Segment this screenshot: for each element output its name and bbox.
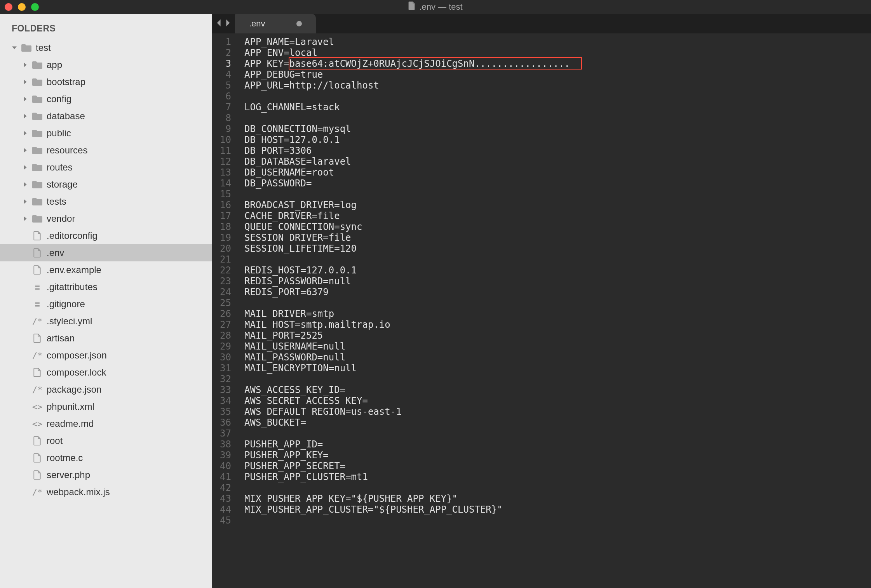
sidebar-folder[interactable]: storage	[0, 176, 212, 193]
sidebar-folder[interactable]: bootstrap	[0, 73, 212, 90]
sidebar-file[interactable]: .env.example	[0, 261, 212, 278]
sidebar-folder[interactable]: vendor	[0, 210, 212, 227]
sidebar-file[interactable]: /*webpack.mix.js	[0, 484, 212, 501]
sidebar-folder[interactable]: resources	[0, 142, 212, 159]
code-line[interactable]: REDIS_PORT=6379	[244, 287, 871, 297]
code-line[interactable]: QUEUE_CONNECTION=sync	[244, 221, 871, 232]
nav-back-icon[interactable]	[216, 19, 223, 28]
sidebar-folder[interactable]: app	[0, 56, 212, 73]
code-line[interactable]	[244, 254, 871, 265]
code-line[interactable]: APP_NAME=Laravel	[244, 37, 871, 47]
line-number: 24	[212, 287, 231, 297]
code-line[interactable]	[244, 297, 871, 308]
code-line[interactable]: DB_PORT=3306	[244, 145, 871, 156]
code-line[interactable]: DB_CONNECTION=mysql	[244, 124, 871, 134]
sidebar-folder[interactable]: public	[0, 125, 212, 142]
sidebar-file[interactable]: composer.lock	[0, 364, 212, 381]
disclosure-icon[interactable]	[23, 114, 28, 118]
minimize-button[interactable]	[18, 3, 26, 11]
sidebar-file[interactable]: .env	[0, 244, 212, 261]
code-line[interactable]: MAIL_USERNAME=null	[244, 341, 871, 352]
nav-forward-icon[interactable]	[224, 19, 231, 28]
code-line[interactable]	[244, 374, 871, 384]
code-line[interactable]: MAIL_DRIVER=smtp	[244, 308, 871, 319]
code-line[interactable]: PUSHER_APP_SECRET=	[244, 461, 871, 471]
line-number: 34	[212, 395, 231, 406]
disclosure-icon[interactable]	[23, 131, 28, 136]
code-line[interactable]: APP_ENV=local	[244, 47, 871, 58]
code-line[interactable]: AWS_DEFAULT_REGION=us-east-1	[244, 406, 871, 417]
code-line[interactable]: AWS_SECRET_ACCESS_KEY=	[244, 395, 871, 406]
tree-label: storage	[47, 179, 78, 190]
sidebar-folder[interactable]: tests	[0, 193, 212, 210]
sidebar-file[interactable]: root	[0, 432, 212, 449]
sidebar-file[interactable]: artisan	[0, 330, 212, 347]
code-line[interactable]: AWS_BUCKET=	[244, 417, 871, 428]
code-line[interactable]: MIX_PUSHER_APP_CLUSTER="${PUSHER_APP_CLU…	[244, 504, 871, 515]
line-number: 43	[212, 493, 231, 504]
code-line[interactable]: MAIL_ENCRYPTION=null	[244, 363, 871, 374]
code-line[interactable]: MAIL_PASSWORD=null	[244, 352, 871, 363]
disclosure-icon[interactable]	[23, 97, 28, 101]
disclosure-icon[interactable]	[23, 63, 28, 67]
folder-icon	[32, 179, 43, 190]
code-line[interactable]: REDIS_HOST=127.0.0.1	[244, 265, 871, 276]
code-line[interactable]: MIX_PUSHER_APP_KEY="${PUSHER_APP_KEY}"	[244, 493, 871, 504]
sidebar-file[interactable]: /*package.json	[0, 381, 212, 398]
sidebar-file[interactable]: /*composer.json	[0, 347, 212, 364]
disclosure-icon[interactable]	[23, 199, 28, 204]
sidebar-file[interactable]: /*.styleci.yml	[0, 313, 212, 330]
sidebar-file[interactable]: ≣.gitignore	[0, 296, 212, 313]
maximize-button[interactable]	[31, 3, 39, 11]
code-line[interactable]: MAIL_PORT=2525	[244, 330, 871, 341]
sidebar-file[interactable]: <>readme.md	[0, 415, 212, 432]
code-line[interactable]: BROADCAST_DRIVER=log	[244, 200, 871, 210]
code-line[interactable]: SESSION_DRIVER=file	[244, 232, 871, 243]
disclosure-icon[interactable]	[23, 148, 28, 153]
sidebar-folder[interactable]: routes	[0, 159, 212, 176]
code-line[interactable]: DB_USERNAME=root	[244, 167, 871, 178]
code-line[interactable]: CACHE_DRIVER=file	[244, 210, 871, 221]
sidebar-file[interactable]: .editorconfig	[0, 227, 212, 244]
code-line[interactable]	[244, 482, 871, 493]
code-line[interactable]: APP_DEBUG=true	[244, 69, 871, 80]
code-area[interactable]: APP_NAME=LaravelAPP_ENV=localAPP_KEY=bas…	[237, 33, 871, 588]
code-line[interactable]	[244, 428, 871, 439]
sidebar-file[interactable]: server.php	[0, 466, 212, 484]
code-line[interactable]: LOG_CHANNEL=stack	[244, 102, 871, 113]
code-line[interactable]: DB_DATABASE=laravel	[244, 156, 871, 167]
sidebar-folder[interactable]: config	[0, 90, 212, 108]
code-line[interactable]: APP_KEY=base64:atCWOjZ+0RUAjcJCjSJOiCgSn…	[244, 58, 871, 69]
tree-label: public	[47, 128, 71, 139]
code-line[interactable]: REDIS_PASSWORD=null	[244, 276, 871, 287]
code-line[interactable]	[244, 91, 871, 102]
tree-label: app	[47, 59, 62, 70]
disclosure-icon[interactable]	[12, 45, 17, 50]
code-line[interactable]: APP_URL=http://localhost	[244, 80, 871, 91]
disclosure-icon[interactable]	[23, 182, 28, 187]
code-line[interactable]: AWS_ACCESS_KEY_ID=	[244, 384, 871, 395]
line-gutter: 1234567891011121314151617181920212223242…	[212, 33, 237, 588]
code-line[interactable]: SESSION_LIFETIME=120	[244, 243, 871, 254]
disclosure-icon[interactable]	[23, 216, 28, 221]
code-line[interactable]: PUSHER_APP_ID=	[244, 439, 871, 450]
disclosure-icon[interactable]	[23, 80, 28, 84]
code-line[interactable]: DB_HOST=127.0.0.1	[244, 134, 871, 145]
sidebar-file[interactable]: rootme.c	[0, 449, 212, 466]
sidebar-item-root[interactable]: test	[0, 39, 212, 56]
disclosure-icon[interactable]	[23, 165, 28, 170]
editor-body[interactable]: 1234567891011121314151617181920212223242…	[212, 33, 871, 588]
close-button[interactable]	[5, 3, 12, 11]
sidebar-file[interactable]: ≣.gitattributes	[0, 278, 212, 296]
sidebar-folder[interactable]: database	[0, 108, 212, 125]
sidebar-file[interactable]: <>phpunit.xml	[0, 398, 212, 415]
code-line[interactable]: DB_PASSWORD=	[244, 178, 871, 189]
code-line[interactable]: PUSHER_APP_KEY=	[244, 450, 871, 461]
tree-label: rootme.c	[47, 452, 83, 463]
tab-env[interactable]: .env	[235, 14, 316, 33]
code-line[interactable]: MAIL_HOST=smtp.mailtrap.io	[244, 319, 871, 330]
code-line[interactable]: PUSHER_APP_CLUSTER=mt1	[244, 471, 871, 482]
code-line[interactable]	[244, 113, 871, 124]
code-line[interactable]	[244, 189, 871, 200]
code-line[interactable]	[244, 515, 871, 526]
